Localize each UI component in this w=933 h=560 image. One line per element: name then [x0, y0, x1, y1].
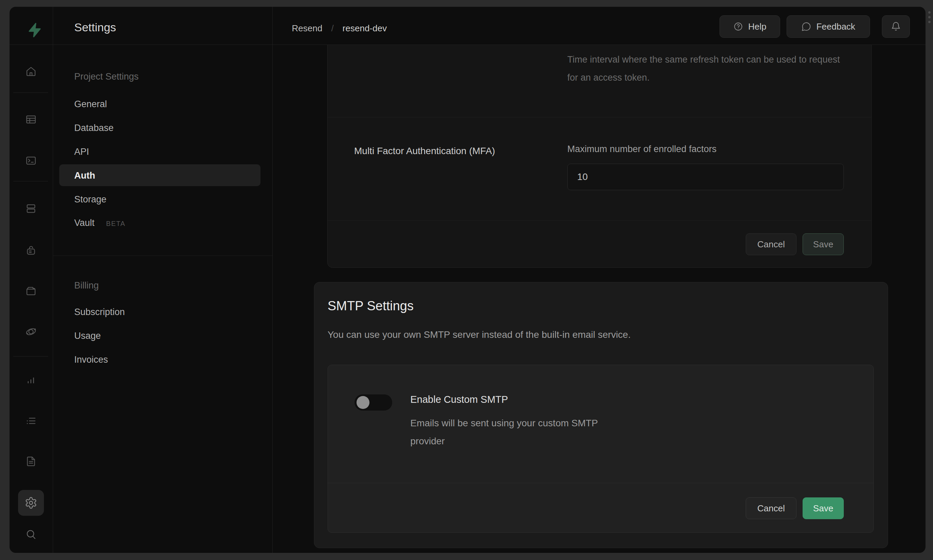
- toggle-knob: [356, 396, 369, 409]
- nav-section-divider: [53, 255, 272, 256]
- rail-divider: [53, 7, 53, 553]
- feedback-label: Feedback: [816, 22, 855, 32]
- bar-chart-icon: [25, 374, 37, 386]
- help-label: Help: [748, 22, 766, 32]
- rail-item-settings[interactable]: [18, 490, 44, 516]
- smtp-title: SMTP Settings: [328, 299, 414, 313]
- lock-icon: [25, 244, 37, 257]
- enrolled-factors-input[interactable]: [567, 164, 844, 190]
- nav-item-general[interactable]: General: [74, 98, 107, 110]
- feedback-bubble-icon: [801, 22, 811, 32]
- chrome-dot: [928, 16, 931, 18]
- gear-icon: [25, 496, 37, 509]
- nav-item-vault[interactable]: VaultBETA: [74, 217, 125, 230]
- enable-custom-smtp-toggle[interactable]: [354, 394, 393, 411]
- search-icon: [25, 528, 37, 541]
- rail-divider-line: [13, 181, 48, 182]
- nav-item-database[interactable]: Database: [74, 122, 114, 134]
- file-text-icon: [25, 455, 37, 468]
- storage-folder-icon: [25, 285, 37, 297]
- smtp-save-button[interactable]: Save: [803, 497, 844, 519]
- smtp-subtitle: You can use your own SMTP server instead…: [328, 329, 631, 340]
- nav-item-vault-label: Vault: [74, 218, 95, 228]
- nav-section-header-project-settings: Project Settings: [74, 71, 139, 83]
- page-title: Settings: [74, 20, 116, 34]
- card-row-divider: [328, 117, 871, 117]
- nav-item-auth[interactable]: Auth: [74, 169, 95, 182]
- chrome-dot: [928, 11, 931, 14]
- smtp-cancel-button[interactable]: Cancel: [746, 497, 796, 519]
- bell-icon: [890, 21, 901, 32]
- chrome-dot: [928, 21, 931, 23]
- table-editor-icon: [25, 113, 37, 126]
- breadcrumb: Resend / resend-dev: [292, 23, 387, 34]
- help-circle-icon: [733, 22, 743, 32]
- rail-item-sql-editor[interactable]: [19, 148, 43, 173]
- auth-cancel-button[interactable]: Cancel: [746, 233, 796, 255]
- database-icon: [25, 202, 37, 215]
- breadcrumb-org[interactable]: Resend: [292, 23, 322, 34]
- enable-custom-smtp-label: Enable Custom SMTP: [410, 394, 508, 405]
- rail-item-database[interactable]: [19, 196, 43, 221]
- nav-item-usage[interactable]: Usage: [74, 330, 101, 342]
- rail-divider-line: [13, 92, 48, 93]
- nav-divider: [272, 7, 273, 553]
- nav-item-invoices[interactable]: Invoices: [74, 354, 108, 366]
- notifications-button[interactable]: [882, 15, 910, 38]
- supabase-logo-icon[interactable]: [26, 18, 42, 42]
- orbit-icon: [25, 326, 37, 338]
- screen: Settings Resend / resend-dev Help Feedba…: [0, 0, 933, 560]
- list-icon: [25, 415, 37, 427]
- enrolled-factors-label: Maximum number of enrolled factors: [567, 144, 716, 154]
- rail-item-storage[interactable]: [19, 278, 43, 303]
- beta-badge: BETA: [106, 220, 126, 227]
- smtp-footer-divider: [328, 483, 873, 483]
- card-footer-divider: [328, 220, 871, 221]
- feedback-button[interactable]: Feedback: [786, 15, 870, 38]
- refresh-token-description: Time interval where the same refresh tok…: [567, 51, 847, 87]
- terminal-icon: [25, 154, 37, 167]
- nav-section-header-billing: Billing: [74, 279, 99, 292]
- rail-item-docs[interactable]: [19, 449, 43, 474]
- home-icon: [25, 65, 37, 78]
- rail-item-table-editor[interactable]: [19, 107, 43, 132]
- rail-item-edge-functions[interactable]: [19, 320, 43, 344]
- rail-item-search[interactable]: [19, 522, 43, 547]
- rail-item-logs[interactable]: [19, 409, 43, 433]
- breadcrumb-separator: /: [331, 23, 334, 34]
- enable-custom-smtp-description: Emails will be sent using your custom SM…: [410, 414, 628, 450]
- rail-item-reports[interactable]: [19, 368, 43, 392]
- nav-item-api[interactable]: API: [74, 146, 89, 158]
- rail-divider-line: [13, 356, 48, 357]
- rail-item-authentication[interactable]: [19, 238, 43, 263]
- help-button[interactable]: Help: [720, 15, 780, 38]
- breadcrumb-project[interactable]: resend-dev: [342, 23, 387, 34]
- auth-save-button[interactable]: Save: [803, 233, 844, 255]
- rail-item-home[interactable]: [19, 59, 43, 84]
- nav-item-storage[interactable]: Storage: [74, 193, 106, 206]
- mfa-row-label: Multi Factor Authentication (MFA): [354, 146, 495, 157]
- nav-item-subscription[interactable]: Subscription: [74, 306, 125, 318]
